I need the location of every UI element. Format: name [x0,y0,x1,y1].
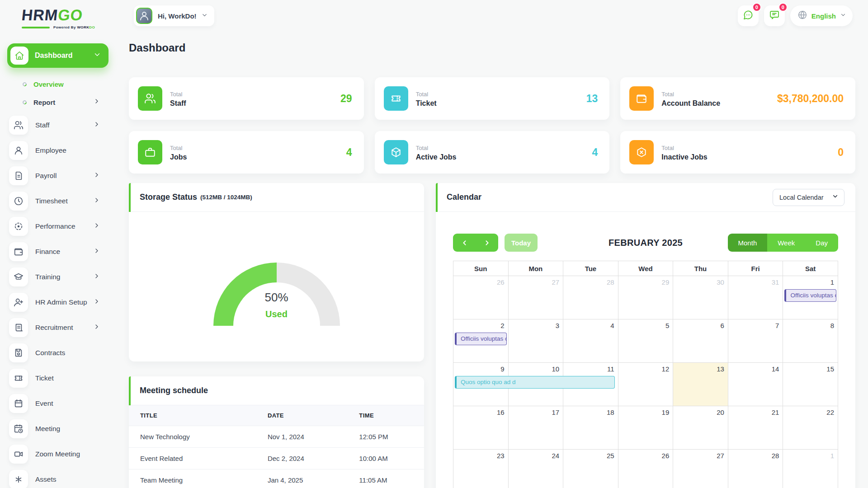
meeting-title-cell: Team Meeting [129,469,268,488]
video-icon [9,445,28,464]
calendar-day-cell[interactable]: 28 [563,276,618,319]
day-number: 12 [662,365,670,373]
calendar-day-cell[interactable]: 9 Quos optio quo ad d [453,363,509,406]
calendar-day-cell[interactable]: 14 [728,363,783,406]
calendar-day-cell[interactable]: 1 Officiis voluptas c [783,276,838,319]
chevron-right-icon [93,197,100,206]
messages-button[interactable]: 0 [764,5,785,26]
calendar-day-cell[interactable]: 18 [563,406,618,450]
stat-prefix: Total [170,91,182,98]
calendar-day-cell-today[interactable]: 13 [673,363,728,406]
sidebar-item-overview[interactable]: Overview [0,75,118,93]
stat-label: Active Jobs [416,153,457,161]
day-number: 20 [717,408,724,416]
sidebar-item-dashboard[interactable]: Dashboard [7,43,108,68]
users-icon [9,116,28,135]
globe-icon [797,10,807,22]
calendar-day-cell[interactable]: 26 [453,276,509,319]
calendar-day-cell[interactable]: 19 [618,406,673,450]
calendar-day-cell[interactable]: 28 [728,450,783,488]
brand-text-primary: HRM [21,6,59,23]
calendar-day-cell[interactable]: 27 [508,276,563,319]
calendar-week-row: 9 Quos optio quo ad d 10 11 12 13 14 15 [453,363,838,406]
calendar-day-cell[interactable]: 21 [728,406,783,450]
calendar-day-cell[interactable]: 22 [783,406,838,450]
view-day-button[interactable]: Day [805,234,838,252]
table-row: Team Meeting Jan 4, 2025 11:05 AM [129,469,424,488]
stat-card-inactive-jobs[interactable]: TotalInactive Jobs 0 [620,131,855,174]
view-week-button[interactable]: Week [767,234,805,252]
table-row: Event Related Dec 2, 2024 10:00 AM [129,448,424,469]
sidebar-item-assets[interactable]: Assets [0,470,118,488]
brand-logo[interactable]: HRMGO Powered By WORKDO [22,7,99,29]
calendar-day-cell[interactable]: 12 [618,363,673,406]
sidebar-item-finance[interactable]: Finance [0,242,118,261]
calendar-event[interactable]: Officiis voluptas c [455,333,507,345]
graduation-cap-icon [9,267,28,286]
stat-prefix: Total [170,145,182,151]
calendar-day-cell[interactable]: 3 [508,319,563,363]
sidebar-item-staff[interactable]: Staff [0,116,118,135]
stat-card-ticket[interactable]: TotalTicket 13 [375,77,610,120]
calendar-day-cell[interactable]: 30 [673,276,728,319]
calendar-icon [9,394,28,413]
day-number: 11 [607,365,614,373]
calendar-day-cell[interactable]: 8 [783,319,838,363]
sidebar-item-report[interactable]: Report [0,93,118,111]
calendar-day-cell[interactable]: 4 [563,319,618,363]
day-header-mon: Mon [508,261,563,276]
calendar-clock-icon [9,419,28,438]
calendar-event[interactable]: Officiis voluptas c [784,289,836,302]
calendar-day-cell[interactable]: 5 [618,319,673,363]
sidebar-item-ticket[interactable]: Ticket [0,369,118,388]
calendar-day-cell[interactable]: 1 [783,450,838,488]
calendar-day-cell[interactable]: 31 [728,276,783,319]
stat-card-jobs[interactable]: TotalJobs 4 [129,131,364,174]
chat-icon [743,9,754,22]
sidebar-item-payroll[interactable]: Payroll [0,166,118,185]
storage-subtitle: (512MB / 1024MB) [200,194,252,201]
sidebar-item-timesheet[interactable]: Timesheet [0,192,118,211]
calendar-day-cell[interactable]: 24 [508,450,563,488]
prev-month-button[interactable] [453,234,476,252]
sidebar-item-training[interactable]: Training [0,267,118,286]
sidebar-item-performance[interactable]: Performance [0,217,118,236]
today-button[interactable]: Today [505,234,538,252]
user-menu[interactable]: Hi, WorkDo! [134,5,214,26]
stat-card-staff[interactable]: TotalStaff 29 [129,77,364,120]
sidebar-item-label: Event [35,399,53,408]
calendar-day-cell[interactable]: 26 [618,450,673,488]
calendar-day-cell[interactable]: 2 Officiis voluptas c [453,319,509,363]
sidebar-item-label: Zoom Meeting [35,450,80,458]
calendar-day-cell[interactable]: 20 [673,406,728,450]
sidebar-item-employee[interactable]: Employee [0,141,118,160]
calendar-day-cell[interactable]: 15 [783,363,838,406]
sidebar-item-event[interactable]: Event [0,394,118,413]
view-month-button[interactable]: Month [728,234,768,252]
calendar-day-cell[interactable]: 27 [673,450,728,488]
chat-button[interactable]: 0 [738,5,759,26]
sidebar-item-label: Staff [35,121,50,129]
sidebar-item-zoom-meeting[interactable]: Zoom Meeting [0,445,118,464]
powered-brand-text: WORK [77,25,89,29]
calendar-day-cell[interactable]: 25 [563,450,618,488]
sidebar-item-hr-admin-setup[interactable]: HR Admin Setup [0,293,118,312]
calendar-day-cell[interactable]: 29 [618,276,673,319]
calendar-day-cell[interactable]: 16 [453,406,509,450]
day-number: 14 [772,365,779,373]
sidebar-item-recruitment[interactable]: Recruitment [0,318,118,337]
sidebar-item-meeting[interactable]: Meeting [0,419,118,438]
calendar-day-cell[interactable]: 6 [673,319,728,363]
calendar-day-cell[interactable]: 17 [508,406,563,450]
calendar-day-cell[interactable]: 7 [728,319,783,363]
calendar-source-select[interactable]: Local Calendar [773,189,844,206]
language-selector[interactable]: English [790,5,853,26]
day-number: 24 [552,452,559,460]
next-month-button[interactable] [476,234,498,252]
stat-label: Staff [170,99,186,108]
stat-card-active-jobs[interactable]: TotalActive Jobs 4 [375,131,610,174]
calendar-event[interactable]: Quos optio quo ad d [455,376,615,389]
calendar-day-cell[interactable]: 23 [453,450,509,488]
sidebar-item-contracts[interactable]: Contracts [0,343,118,362]
stat-card-account-balance[interactable]: TotalAccount Balance $3,780,200.00 [620,77,855,120]
